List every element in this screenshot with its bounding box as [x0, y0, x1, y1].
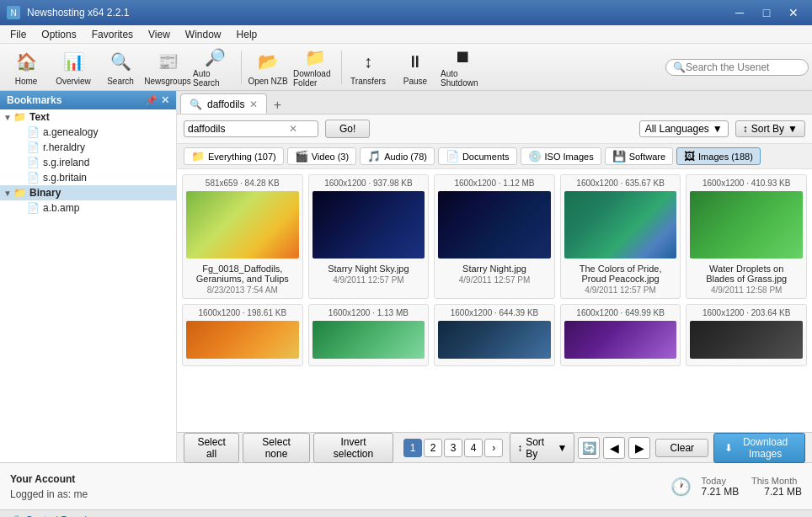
- filter-tab-audio[interactable]: 🎵 Audio (78): [360, 147, 435, 165]
- menu-favorites[interactable]: Favorites: [85, 27, 140, 42]
- invert-selection-button[interactable]: Invert selection: [313, 433, 393, 463]
- sort-by-button-bottom[interactable]: ↕ Sort By ▼: [510, 433, 574, 463]
- forward-button[interactable]: ▶: [628, 437, 650, 459]
- content-search-input-wrapper[interactable]: ✕: [184, 120, 318, 137]
- go-button[interactable]: Go!: [325, 120, 370, 138]
- image-thumb-5: [690, 191, 803, 258]
- tab-label: daffodils: [207, 99, 244, 110]
- pagination: 1 2 3 4 ›: [403, 439, 503, 457]
- sidebar-item-a-b-amp[interactable]: 📄 a.b.amp: [13, 200, 176, 216]
- filter-tab-documents[interactable]: 📄 Documents: [438, 147, 517, 165]
- menu-options[interactable]: Options: [35, 27, 83, 42]
- bottom-toolbar: Select all Select none Invert selection …: [177, 432, 812, 462]
- tab-close-button[interactable]: ✕: [249, 99, 258, 110]
- menu-window[interactable]: Window: [179, 27, 228, 42]
- download-folder-icon: 📁: [302, 47, 329, 67]
- item-icon: 📄: [27, 172, 40, 184]
- sort-by-button-top[interactable]: ↕ Sort By ▼: [735, 120, 805, 137]
- chevron-down-icon: ▼: [713, 123, 723, 135]
- pause-button[interactable]: ⏸ Pause: [393, 46, 438, 88]
- software-icon: 💾: [612, 150, 626, 163]
- overview-button[interactable]: 📊 Overview: [51, 46, 96, 88]
- filter-tab-images[interactable]: 🖼 Images (188): [676, 147, 761, 165]
- filter-tab-video[interactable]: 🎬 Video (3): [287, 147, 356, 165]
- image-card-2[interactable]: 1600x1200 · 937.98 KB Starry Night Sky.j…: [308, 174, 430, 299]
- sidebar-pin-icon[interactable]: 📌: [145, 94, 158, 106]
- download-folder-button[interactable]: 📁 Download Folder: [292, 46, 338, 88]
- image-card-9[interactable]: 1600x1200 · 649.99 KB: [560, 304, 681, 366]
- auto-shutdown-button[interactable]: ⏹ Auto Shutdown: [440, 46, 485, 88]
- select-all-button[interactable]: Select all: [184, 433, 239, 463]
- image-size-9: 1600x1200 · 649.99 KB: [564, 308, 677, 317]
- filter-tabs: 📁 Everything (107) 🎬 Video (3) 🎵 Audio (…: [177, 144, 812, 169]
- today-label: Today: [702, 476, 726, 486]
- image-card-5[interactable]: 1600x1200 · 410.93 KB Water Droplets onB…: [686, 174, 807, 299]
- sidebar-close-icon[interactable]: ✕: [161, 94, 169, 106]
- transfers-button[interactable]: ↕️ Transfers: [345, 46, 391, 88]
- language-dropdown[interactable]: All Languages ▼: [639, 120, 729, 137]
- content-area: 🔍 daffodils ✕ + ✕ Go! All Languages ▼ ↕ …: [177, 91, 812, 462]
- menu-view[interactable]: View: [142, 27, 177, 42]
- download-images-button[interactable]: ⬇ Download Images: [713, 433, 805, 463]
- usenet-search-box[interactable]: 🔍: [665, 59, 809, 76]
- image-grid-container: 581x659 · 84.28 KB Fg_0018_Daffodils,Ger…: [177, 169, 812, 432]
- open-nzb-icon: 📂: [254, 48, 281, 75]
- image-card-3[interactable]: 1600x1200 · 1.12 MB Starry Night.jpg 4/9…: [434, 174, 555, 299]
- this-month-label: This Month: [751, 476, 797, 486]
- folder-icon: 📁: [191, 150, 205, 163]
- filter-tab-everything[interactable]: 📁 Everything (107): [184, 147, 284, 165]
- menu-file[interactable]: File: [3, 27, 33, 42]
- newsgroups-button[interactable]: 📰 Newsgroups: [145, 46, 190, 88]
- maximize-button[interactable]: □: [755, 4, 778, 21]
- iso-icon: 💿: [528, 150, 542, 163]
- sidebar-item-s-g-britain[interactable]: 📄 s.g.britain: [13, 170, 176, 185]
- sidebar-item-a-genealogy[interactable]: 📄 a.genealogy: [13, 125, 176, 140]
- minimize-button[interactable]: ─: [728, 4, 751, 21]
- image-date-3: 4/9/2011 12:57 PM: [459, 275, 531, 285]
- sidebar-item-text-group[interactable]: ▼ 📁 Text: [0, 109, 176, 125]
- back-button[interactable]: ◀: [603, 437, 625, 459]
- open-nzb-button[interactable]: 📂 Open NZB: [245, 46, 291, 88]
- filter-tab-label: Images (188): [698, 152, 753, 162]
- image-card-7[interactable]: 1600x1200 · 1.13 MB: [308, 304, 430, 366]
- sidebar-item-binary-group[interactable]: ▼ 📁 Binary: [0, 185, 176, 200]
- page-button-2[interactable]: 2: [424, 439, 442, 457]
- chevron-down-icon: ▼: [558, 442, 568, 454]
- auto-search-button[interactable]: 🔎 Auto Search: [192, 46, 238, 88]
- tab-search-icon: 🔍: [190, 99, 202, 110]
- image-card-8[interactable]: 1600x1200 · 644.39 KB: [434, 304, 555, 366]
- sidebar-item-s-g-ireland[interactable]: 📄 s.g.ireland: [13, 155, 176, 170]
- add-tab-button[interactable]: +: [269, 97, 286, 114]
- content-search-field[interactable]: [188, 123, 289, 135]
- title-bar-left: N Newshosting x64 2.2.1: [7, 6, 129, 19]
- filter-tab-iso[interactable]: 💿 ISO Images: [521, 147, 601, 165]
- content-search-clear-icon[interactable]: ✕: [289, 123, 297, 135]
- next-page-button[interactable]: ›: [484, 439, 503, 457]
- search-button[interactable]: 🔍 Search: [98, 46, 143, 88]
- image-name-3: Starry Night.jpg: [462, 264, 526, 274]
- sidebar-item-r-heraldry[interactable]: 📄 r.heraldry: [13, 140, 176, 155]
- chevron-down-icon: ▼: [788, 123, 798, 135]
- refresh-button[interactable]: 🔄: [578, 437, 600, 459]
- filter-tab-software[interactable]: 💾 Software: [605, 147, 673, 165]
- menu-help[interactable]: Help: [230, 27, 264, 42]
- close-button[interactable]: ✕: [782, 4, 805, 21]
- tree-item-label: a.genealogy: [43, 126, 98, 138]
- select-none-button[interactable]: Select none: [243, 433, 310, 463]
- tab-daffodils[interactable]: 🔍 daffodils ✕: [180, 93, 267, 114]
- image-card-6[interactable]: 1600x1200 · 198.61 KB: [182, 304, 303, 366]
- filter-tab-label: Video (3): [312, 152, 349, 162]
- image-size-4: 1600x1200 · 635.67 KB: [564, 179, 677, 188]
- image-card-1[interactable]: 581x659 · 84.28 KB Fg_0018_Daffodils,Ger…: [182, 174, 303, 299]
- usenet-search-input[interactable]: [686, 61, 795, 73]
- image-card-4[interactable]: 1600x1200 · 635.67 KB The Colors of Prid…: [560, 174, 681, 299]
- control-panel-link[interactable]: 🔒 Control Panel: [10, 514, 98, 518]
- home-button[interactable]: 🏠 Home: [3, 46, 49, 88]
- tree-expand-icon: ▼: [3, 189, 13, 198]
- clear-button[interactable]: Clear: [655, 439, 708, 457]
- page-button-1[interactable]: 1: [403, 439, 422, 457]
- item-icon: 📄: [27, 157, 40, 168]
- image-card-10[interactable]: 1600x1200 · 203.64 KB: [686, 304, 807, 366]
- page-button-4[interactable]: 4: [464, 439, 483, 457]
- page-button-3[interactable]: 3: [444, 439, 462, 457]
